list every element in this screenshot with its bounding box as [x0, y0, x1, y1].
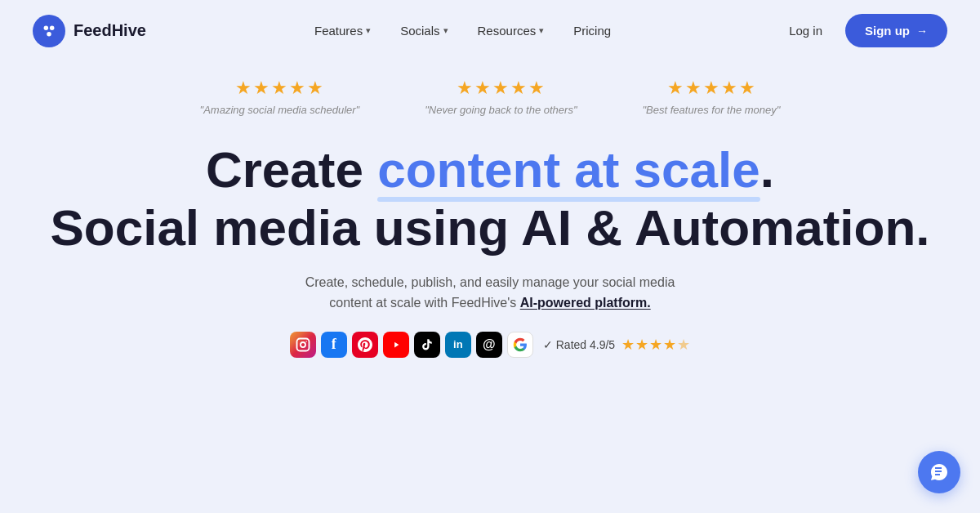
review-1-text: "Amazing social media scheduler"	[200, 104, 360, 116]
hero-heading: Create content at scale. Social media us…	[50, 141, 929, 257]
chat-icon	[929, 462, 949, 482]
rating-text: ✓ Rated 4.9/5	[543, 338, 615, 351]
social-rating-row: f in @	[290, 332, 690, 358]
navbar: FeedHive Features ▾ Socials ▾ Resources …	[0, 0, 980, 61]
svg-point-1	[50, 25, 54, 29]
logo-svg	[40, 22, 58, 40]
chat-support-button[interactable]	[918, 451, 960, 493]
review-1: ★ ★ ★ ★ ★ "Amazing social media schedule…	[200, 78, 360, 116]
review-3: ★ ★ ★ ★ ★ "Best features for the money"	[643, 78, 781, 116]
nav-actions: Log in Sign up →	[779, 14, 947, 47]
hero-highlight: content at scale	[377, 141, 760, 199]
svg-point-2	[47, 31, 51, 35]
rating-stars: ★ ★ ★ ★ ★	[621, 336, 690, 354]
threads-icon: @	[476, 332, 502, 358]
features-chevron-icon: ▾	[366, 25, 371, 36]
logo[interactable]: FeedHive	[33, 15, 146, 47]
instagram-icon	[290, 332, 316, 358]
svg-point-5	[305, 341, 307, 342]
review-2-text: "Never going back to the others"	[425, 104, 577, 116]
main-content: ★ ★ ★ ★ ★ "Amazing social media schedule…	[0, 61, 980, 376]
svg-marker-6	[394, 341, 399, 347]
hero-subtext: Create, schedule, publish, and easily ma…	[286, 272, 694, 314]
socials-chevron-icon: ▾	[443, 25, 448, 36]
nav-socials[interactable]: Socials ▾	[389, 17, 459, 44]
logo-text: FeedHive	[74, 21, 146, 40]
pinterest-icon	[352, 332, 378, 358]
review-2: ★ ★ ★ ★ ★ "Never going back to the other…	[425, 78, 577, 116]
signup-button[interactable]: Sign up →	[845, 14, 947, 47]
review-1-stars: ★ ★ ★ ★ ★	[235, 78, 323, 99]
review-3-stars: ★ ★ ★ ★ ★	[667, 78, 755, 99]
youtube-icon	[383, 332, 409, 358]
reviews-row: ★ ★ ★ ★ ★ "Amazing social media schedule…	[200, 78, 781, 116]
linkedin-icon: in	[445, 332, 471, 358]
signup-arrow-icon: →	[916, 25, 928, 38]
review-2-stars: ★ ★ ★ ★ ★	[457, 78, 545, 99]
login-button[interactable]: Log in	[779, 17, 832, 44]
hero-line2: Social media using AI & Automation.	[50, 199, 929, 256]
tiktok-icon	[414, 332, 440, 358]
social-icons-group: f in @	[290, 332, 533, 358]
google-icon	[507, 332, 533, 358]
ai-platform-link[interactable]: AI-powered platform.	[520, 296, 651, 310]
facebook-icon: f	[321, 332, 347, 358]
nav-links: Features ▾ Socials ▾ Resources ▾ Pricing	[303, 17, 622, 44]
svg-point-0	[44, 25, 49, 29]
hero-line1: Create content at scale.	[50, 141, 929, 199]
nav-features[interactable]: Features ▾	[303, 17, 382, 44]
svg-rect-3	[296, 338, 309, 350]
review-3-text: "Best features for the money"	[643, 104, 781, 116]
svg-point-4	[301, 342, 305, 347]
logo-icon	[33, 15, 65, 47]
nav-resources[interactable]: Resources ▾	[466, 17, 556, 44]
resources-chevron-icon: ▾	[539, 25, 544, 36]
nav-pricing[interactable]: Pricing	[562, 17, 622, 44]
rating-section: ✓ Rated 4.9/5 ★ ★ ★ ★ ★	[543, 336, 690, 354]
